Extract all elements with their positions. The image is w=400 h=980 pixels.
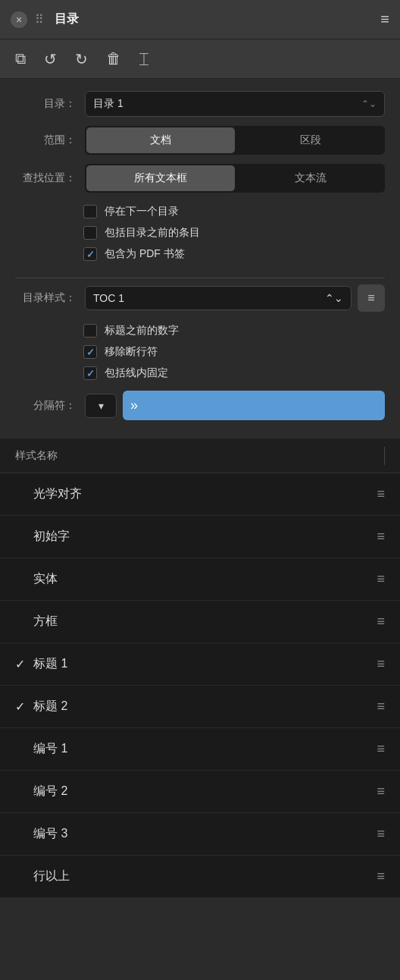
stop-next-toc-checkbox[interactable]	[83, 205, 97, 218]
include-before-toc-label: 包括目录之前的条目	[105, 226, 200, 240]
pdf-bookmark-label: 包含为 PDF 书签	[105, 247, 185, 261]
divider-1	[15, 278, 385, 278]
remove-linebreak-checkbox[interactable]	[83, 345, 97, 359]
hamburger-heading2[interactable]: ≡	[377, 699, 385, 715]
style-list: 光学对齐 ≡ 初始字 ≡ 实体 ≡ 方框 ≡ ✓ 标题 1 ≡ ✓ 标题 2 ≡…	[0, 473, 400, 898]
heading-number-checkbox[interactable]	[83, 324, 97, 338]
toc-style-menu-button[interactable]: ≡	[358, 284, 385, 312]
title-bar: × ⠿ 目录 ≡	[0, 0, 400, 39]
hamburger-num3[interactable]: ≡	[377, 826, 385, 842]
hamburger-optical-align[interactable]: ≡	[377, 486, 385, 502]
drag-icon: ⠿	[35, 12, 44, 27]
toc-style-label: 目录样式：	[15, 291, 76, 305]
item-name-frame: 方框	[33, 614, 377, 630]
style-list-header-text: 样式名称	[15, 449, 58, 463]
hamburger-initial-char[interactable]: ≡	[377, 529, 385, 545]
hamburger-num1[interactable]: ≡	[377, 741, 385, 757]
undo-icon[interactable]: ↺	[44, 50, 57, 68]
find-seg-control: 所有文本框 文本流	[85, 164, 385, 193]
style-item-entity[interactable]: 实体 ≡	[0, 558, 400, 601]
find-label: 查找位置：	[15, 171, 76, 185]
scope-seg-control: 文档 区段	[85, 126, 385, 155]
find-all-frames-btn[interactable]: 所有文本框	[86, 165, 235, 191]
style-item-initial-char[interactable]: 初始字 ≡	[0, 516, 400, 558]
copy-icon[interactable]: ⧉	[15, 50, 26, 68]
item-name-heading1: 标题 1	[33, 656, 377, 672]
find-text-flow-btn[interactable]: 文本流	[236, 164, 385, 193]
style-item-above-line[interactable]: 行以上 ≡	[0, 856, 400, 898]
find-row: 查找位置： 所有文本框 文本流	[15, 164, 385, 193]
toc-style-menu-icon: ≡	[367, 291, 374, 305]
item-name-num3: 编号 3	[33, 826, 377, 842]
style-list-header: 样式名称	[0, 439, 400, 473]
item-name-above-line: 行以上	[33, 868, 377, 884]
include-before-toc-checkbox[interactable]	[83, 226, 97, 240]
style-list-divider	[384, 447, 385, 465]
stop-next-toc-row: 停在下一个目录	[83, 205, 385, 218]
toolbar: ⧉ ↺ ↻ 🗑 ⌶	[0, 39, 400, 79]
include-inline-row: 包括线内固定	[83, 366, 385, 380]
item-name-heading2: 标题 2	[33, 699, 377, 715]
hamburger-above-line[interactable]: ≡	[377, 868, 385, 884]
include-inline-label: 包括线内固定	[105, 366, 168, 380]
close-icon: ×	[16, 14, 22, 26]
redo-icon[interactable]: ↻	[75, 50, 88, 68]
scope-doc-btn[interactable]: 文档	[86, 127, 235, 153]
pdf-bookmark-row: 包含为 PDF 书签	[83, 247, 385, 261]
toc-dropdown[interactable]: 目录 1 ⌃⌄	[85, 91, 385, 117]
item-name-entity: 实体	[33, 571, 377, 587]
separator-dropdown-arrow: ▾	[98, 400, 104, 412]
separator-arrow-field[interactable]: »	[123, 391, 385, 420]
style-item-num1[interactable]: 编号 1 ≡	[0, 728, 400, 771]
main-checkboxes: 停在下一个目录 包括目录之前的条目 包含为 PDF 书签	[15, 202, 385, 272]
toc-dropdown-arrow: ⌃⌄	[361, 99, 377, 109]
close-button[interactable]: ×	[11, 11, 27, 28]
toc-style-dropdown[interactable]: TOC 1 ⌃⌄	[85, 286, 352, 310]
separator-arrows-icon: »	[130, 397, 138, 413]
heading-number-label: 标题之前的数字	[105, 324, 179, 338]
delete-icon[interactable]: 🗑	[106, 50, 121, 68]
heading-number-row: 标题之前的数字	[83, 324, 385, 338]
hamburger-frame[interactable]: ≡	[377, 614, 385, 630]
cursor-icon[interactable]: ⌶	[139, 50, 148, 68]
toc-style-row: 目录样式： TOC 1 ⌃⌄ ≡	[15, 284, 385, 312]
toc-style-value: TOC 1	[93, 292, 124, 304]
separator-row: 分隔符： ▾ »	[15, 391, 385, 420]
separator-label: 分隔符：	[15, 399, 76, 413]
toc-row: 目录： 目录 1 ⌃⌄	[15, 91, 385, 117]
toc-label: 目录：	[15, 97, 76, 111]
toc-style-arrow: ⌃⌄	[325, 292, 343, 304]
style-item-heading2[interactable]: ✓ 标题 2 ≡	[0, 686, 400, 728]
style-item-heading1[interactable]: ✓ 标题 1 ≡	[0, 643, 400, 686]
style-item-num2[interactable]: 编号 2 ≡	[0, 771, 400, 813]
include-before-toc-row: 包括目录之前的条目	[83, 226, 385, 240]
include-inline-checkbox[interactable]	[83, 366, 97, 380]
panel-title: 目录	[55, 11, 380, 27]
scope-section-btn[interactable]: 区段	[236, 126, 385, 155]
toc-value: 目录 1	[93, 97, 123, 111]
hamburger-num2[interactable]: ≡	[377, 784, 385, 799]
item-name-num2: 编号 2	[33, 784, 377, 799]
scope-row: 范围： 文档 区段	[15, 126, 385, 155]
style-checkboxes: 标题之前的数字 移除断行符 包括线内固定	[15, 321, 385, 391]
item-name-optical-align: 光学对齐	[33, 486, 377, 502]
style-item-num3[interactable]: 编号 3 ≡	[0, 813, 400, 856]
remove-linebreak-label: 移除断行符	[105, 345, 158, 359]
settings-panel: 目录： 目录 1 ⌃⌄ 范围： 文档 区段 查找位置： 所有文本框 文本流 停在…	[0, 79, 400, 439]
remove-linebreak-row: 移除断行符	[83, 345, 385, 359]
check-heading2: ✓	[15, 699, 33, 714]
check-heading1: ✓	[15, 657, 33, 671]
style-item-optical-align[interactable]: 光学对齐 ≡	[0, 473, 400, 516]
pdf-bookmark-checkbox[interactable]	[83, 247, 97, 261]
stop-next-toc-label: 停在下一个目录	[105, 205, 179, 218]
panel-menu-icon[interactable]: ≡	[380, 11, 389, 28]
item-name-initial-char: 初始字	[33, 529, 377, 545]
hamburger-entity[interactable]: ≡	[377, 571, 385, 587]
scope-label: 范围：	[15, 133, 76, 147]
item-name-num1: 编号 1	[33, 741, 377, 757]
hamburger-heading1[interactable]: ≡	[377, 656, 385, 672]
separator-dropdown[interactable]: ▾	[85, 394, 117, 418]
style-item-frame[interactable]: 方框 ≡	[0, 601, 400, 643]
